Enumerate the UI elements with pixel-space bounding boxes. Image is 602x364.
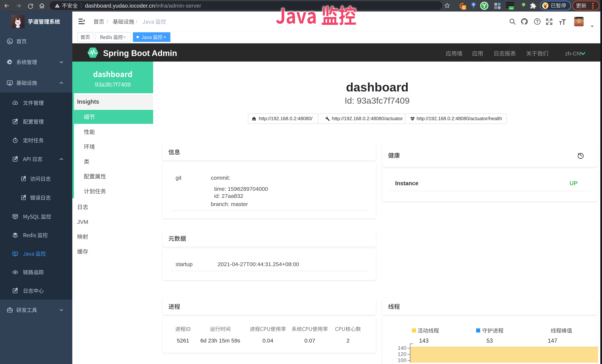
svg-text:on: on [510,7,513,10]
svg-text:1: 1 [463,6,465,10]
